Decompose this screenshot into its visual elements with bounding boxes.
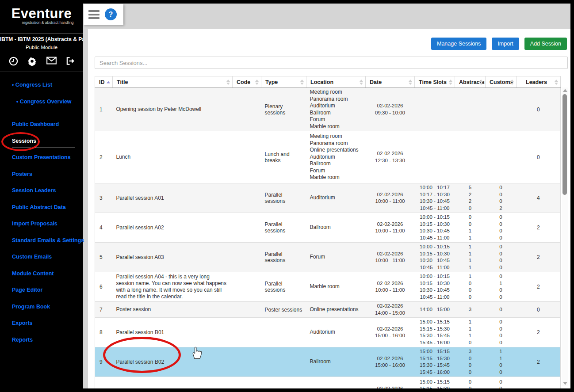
table-row-session-6[interactable]: 6Parallel session A04 - this is a very l… xyxy=(95,272,561,302)
sidebar-item-session-leaders[interactable]: Session Leaders xyxy=(12,183,83,199)
cell-date: 02-02-202615:00 - 16:00 xyxy=(366,347,415,377)
table-row-session-7[interactable]: 7Poster sessionPoster sessionsOnline pre… xyxy=(95,302,561,318)
cell-code xyxy=(233,347,261,377)
cell-type: Poster sessions xyxy=(261,302,306,318)
cell-abstracts: 0011 xyxy=(455,213,486,243)
cell-time-slots xyxy=(415,131,455,183)
column-header-id[interactable]: ID xyxy=(95,76,113,88)
search-sessions-input[interactable] xyxy=(95,57,568,69)
sidebar-item-exports[interactable]: Exports xyxy=(12,315,83,332)
sidebar-item-reports[interactable]: Reports xyxy=(12,332,83,349)
column-header-abstracts[interactable]: Abstracts xyxy=(455,76,486,88)
import-button[interactable]: Import xyxy=(492,38,519,50)
cell-customs: 0000 xyxy=(486,377,517,389)
add-session-button[interactable]: Add Session xyxy=(524,38,567,50)
column-header-type[interactable]: Type xyxy=(261,76,306,88)
clock-icon[interactable] xyxy=(9,57,18,66)
cell-date: 02-02-202610:00 - 11:00 xyxy=(366,272,415,302)
cell-customs: 0002 xyxy=(486,183,517,213)
column-label: Code xyxy=(237,79,250,85)
column-header-code[interactable]: Code xyxy=(233,76,261,88)
cell-time-slots: 10:00 - 10:1510:15 - 10:3010:30 - 10:451… xyxy=(415,243,455,272)
sidebar-item-public-dashboard[interactable]: Public Dashboard xyxy=(12,116,83,133)
sort-both-icon xyxy=(510,80,514,85)
sidebar-item-custom-emails[interactable]: Custom Emails xyxy=(12,249,83,266)
scroll-down-arrow-icon[interactable] xyxy=(563,382,567,385)
sidebar-item-import-proposals[interactable]: Import Proposals xyxy=(12,216,83,232)
cell-id: 6 xyxy=(95,272,113,302)
hamburger-menu-icon[interactable] xyxy=(88,8,99,21)
sidebar-item-custom-presentations[interactable]: Custom Presentations xyxy=(12,149,83,166)
cell-date: 02-02-202612:30 - 13:30 xyxy=(366,131,415,183)
cell-time-slots: 15:00 - 15:1515:15 - 15:3015:30 - 15:451… xyxy=(415,318,455,347)
sidebar-item-standard-emails-settings[interactable]: Standard Emails & Settings xyxy=(12,232,83,249)
sidebar-divider xyxy=(0,33,83,34)
sessions-table: IDTitleCodeTypeLocationDateTime SlotsAbs… xyxy=(95,76,561,388)
table-row-session-1[interactable]: 1Opening session by Peter McDowellPlenar… xyxy=(95,88,561,131)
cell-code xyxy=(233,243,261,272)
mail-icon[interactable] xyxy=(46,57,57,66)
sidebar-item-public-abstract-data[interactable]: Public Abstract Data xyxy=(12,199,83,216)
column-header-customs[interactable]: Customs xyxy=(486,76,517,88)
cell-type xyxy=(261,347,306,377)
cell-leaders: 2 xyxy=(517,347,561,377)
cell-customs xyxy=(486,88,517,131)
cell-customs: 0000 xyxy=(486,243,517,272)
scrollbar-thumb[interactable] xyxy=(563,94,567,195)
column-header-leaders[interactable]: Leaders xyxy=(517,76,561,88)
column-header-date[interactable]: Date xyxy=(366,76,415,88)
sidebar-icon-row xyxy=(9,57,75,66)
sidebar-item-module-content[interactable]: Module Content xyxy=(12,266,83,282)
cell-abstracts: 1111 xyxy=(455,243,486,272)
sidebar-item-congress-overview[interactable]: • Congress Overview xyxy=(12,93,83,110)
column-label: Location xyxy=(310,79,333,85)
cell-time-slots: 10:00 - 10:1510:15 - 10:3010:30 - 10:451… xyxy=(415,213,455,243)
cell-abstracts xyxy=(455,88,486,131)
cell-abstracts xyxy=(455,131,486,183)
top-toolbar: ? xyxy=(84,4,123,25)
module-label: Public Module xyxy=(0,45,83,50)
vertical-scrollbar[interactable] xyxy=(562,88,568,386)
sort-both-icon xyxy=(555,80,558,85)
cell-customs: 0 xyxy=(486,302,517,318)
cell-location: Auditorium xyxy=(306,318,366,347)
table-row-session-10[interactable]: 10Parallel session B03Forum02-02-202615:… xyxy=(95,377,561,389)
sort-both-icon xyxy=(479,80,483,85)
cell-location: Auditorium xyxy=(306,183,366,213)
sign-out-icon[interactable] xyxy=(66,57,75,66)
sidebar-item-page-editor[interactable]: Page Editor xyxy=(12,282,83,299)
cell-type: Parallel sessions xyxy=(261,213,306,243)
column-header-title[interactable]: Title xyxy=(113,76,233,88)
cell-date: 02-02-202615:00 - 16:00 xyxy=(366,377,415,389)
column-header-time-slots[interactable]: Time Slots xyxy=(415,76,455,88)
cell-customs: 0100 xyxy=(486,272,517,302)
column-label: Title xyxy=(117,79,128,85)
cell-location: Meeting roomPanorama roomAuditoriumBallr… xyxy=(306,88,366,131)
column-header-location[interactable]: Location xyxy=(306,76,366,88)
app-logo-text: Eventure xyxy=(0,6,83,22)
scroll-up-arrow-icon[interactable] xyxy=(563,89,567,92)
cell-id: 1 xyxy=(95,88,113,131)
column-label: Date xyxy=(370,79,382,85)
manage-sessions-button[interactable]: Manage Sessions xyxy=(431,38,486,50)
table-row-session-5[interactable]: 5Parallel session A03Parallel sessionsFo… xyxy=(95,243,561,272)
gear-icon[interactable] xyxy=(27,57,37,66)
cell-id: 2 xyxy=(95,131,113,183)
sidebar-item-sessions[interactable]: Sessions xyxy=(12,133,83,150)
cell-code xyxy=(233,318,261,347)
cell-date: 02-02-202614:00 - 15:00 xyxy=(366,302,415,318)
cell-leaders: 2 xyxy=(517,377,561,389)
sidebar-item-program-book[interactable]: Program Book xyxy=(12,299,83,316)
cell-location: Online presentations xyxy=(306,302,366,318)
table-row-session-4[interactable]: 4Parallel session A02Parallel sessionsBa… xyxy=(95,213,561,243)
cell-time-slots: 15:00 - 15:1515:15 - 15:3015:30 - 15:451… xyxy=(415,377,455,389)
table-row-session-2[interactable]: 2LunchLunch and breaksMeeting roomPanora… xyxy=(95,131,561,183)
table-row-session-3[interactable]: 3Parallel session A01Parallel sessionsAu… xyxy=(95,183,561,213)
table-row-session-8[interactable]: 8Parallel session B01Auditorium02-02-202… xyxy=(95,318,561,347)
help-button[interactable]: ? xyxy=(105,8,117,20)
cell-location: Forum xyxy=(306,243,366,272)
table-row-session-9[interactable]: 9Parallel session B02Ballroom02-02-20261… xyxy=(95,347,561,377)
cell-location: Ballroom xyxy=(306,347,366,377)
sidebar-item-congress-list[interactable]: • Congress List xyxy=(12,76,83,93)
sidebar-item-posters[interactable]: Posters xyxy=(12,166,83,183)
